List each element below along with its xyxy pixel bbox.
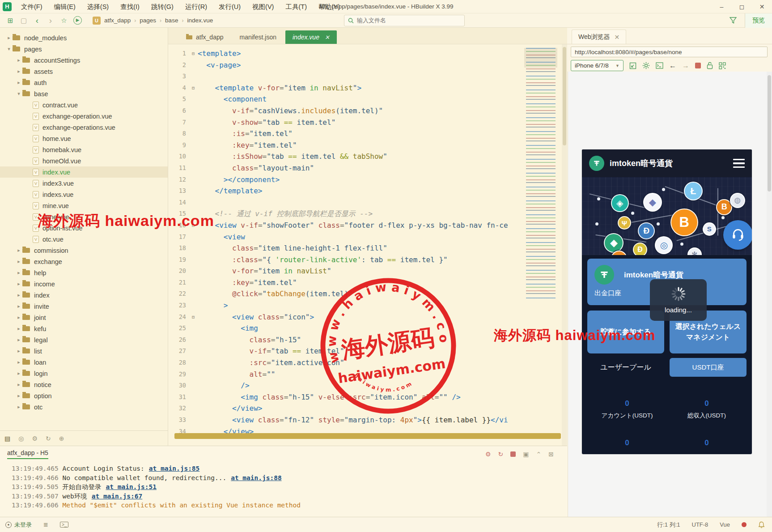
tree-item-loan[interactable]: ▸loan bbox=[0, 357, 168, 368]
save-icon[interactable]: ▢ bbox=[17, 17, 30, 25]
tree-collapse-icon[interactable]: ▸ bbox=[15, 281, 22, 287]
tree-item-list[interactable]: ▸list bbox=[0, 345, 168, 357]
fold-marker-icon[interactable]: ⊟ bbox=[189, 82, 198, 94]
nav-forward-icon[interactable]: → bbox=[682, 62, 689, 70]
menu-item-Y[interactable]: 帮助(Y) bbox=[313, 0, 346, 13]
tree-collapse-icon[interactable]: ▸ bbox=[15, 326, 22, 332]
file-search-input[interactable] bbox=[357, 17, 461, 24]
gear-icon[interactable] bbox=[642, 62, 650, 69]
tree-item-none.vue[interactable]: Vnone.vue bbox=[0, 211, 168, 222]
tree-collapse-icon[interactable]: ▸ bbox=[15, 259, 22, 264]
code-editor[interactable]: atfx_dappmanifest.jsonindex.vue✕ 1⊟<temp… bbox=[168, 28, 567, 446]
debug-icon[interactable]: ⚙ bbox=[32, 435, 38, 442]
tree-item-homebak.vue[interactable]: Vhomebak.vue bbox=[0, 144, 168, 155]
tree-item-exchange[interactable]: ▸exchange bbox=[0, 256, 168, 267]
login-status[interactable]: ● 未登录 bbox=[5, 521, 32, 529]
menu-item-S[interactable]: 选择(S) bbox=[81, 0, 115, 13]
close-button[interactable]: ✕ bbox=[752, 0, 772, 13]
tree-item-option-list.vue[interactable]: Voption-list.vue bbox=[0, 222, 168, 234]
fold-marker-icon[interactable]: ⊟ bbox=[189, 48, 198, 60]
tree-item-notice[interactable]: ▸notice bbox=[0, 379, 168, 390]
tree-collapse-icon[interactable]: ▸ bbox=[15, 270, 22, 276]
console-tab[interactable]: atfx_dapp - H5 bbox=[7, 449, 48, 459]
tree-item-mine.vue[interactable]: Vmine.vue bbox=[0, 200, 168, 211]
tree-item-income[interactable]: ▸income bbox=[0, 278, 168, 289]
editor-tab-index.vue[interactable]: index.vue✕ bbox=[285, 30, 337, 44]
star-icon[interactable]: ☆ bbox=[57, 17, 71, 25]
screenshot-icon[interactable]: ▣ bbox=[523, 451, 529, 458]
outline-icon[interactable]: ≣ bbox=[43, 521, 48, 528]
tree-item-base[interactable]: ▾base bbox=[0, 88, 168, 99]
tree-item-otc[interactable]: ▸otc bbox=[0, 401, 168, 413]
tree-item-pages[interactable]: ▾pages bbox=[0, 43, 168, 55]
tree-item-contract.vue[interactable]: Vcontract.vue bbox=[0, 99, 168, 111]
tree-item-kefu[interactable]: ▸kefu bbox=[0, 323, 168, 334]
collapse-panel-icon[interactable]: ⌃ bbox=[536, 451, 542, 458]
close-tab-icon[interactable]: ✕ bbox=[325, 34, 330, 41]
unlock-icon[interactable] bbox=[707, 62, 713, 69]
tree-item-index3.vue[interactable]: Vindex3.vue bbox=[0, 178, 168, 189]
editor-horizontal-scrollbar[interactable] bbox=[174, 433, 561, 439]
tree-collapse-icon[interactable]: ▸ bbox=[15, 348, 22, 354]
editor-vertical-scrollbar[interactable] bbox=[562, 44, 567, 446]
editor-tab-atfx_dapp[interactable]: atfx_dapp bbox=[179, 30, 231, 44]
minimap[interactable] bbox=[524, 48, 562, 433]
nav-back-icon[interactable]: ← bbox=[669, 62, 676, 70]
tree-item-help[interactable]: ▸help bbox=[0, 267, 168, 278]
url-bar[interactable]: http://localhost:8080/#/pages/base/none bbox=[571, 47, 768, 57]
tree-item-index[interactable]: ▸index bbox=[0, 289, 168, 301]
tree-item-auth[interactable]: ▸auth bbox=[0, 77, 168, 88]
stop-preview-icon[interactable] bbox=[695, 63, 701, 68]
tree-item-joint[interactable]: ▸joint bbox=[0, 312, 168, 323]
tree-collapse-icon[interactable]: ▸ bbox=[15, 303, 22, 309]
preview-button[interactable]: 预览 bbox=[745, 13, 772, 28]
tree-expand-icon[interactable]: ▾ bbox=[15, 91, 22, 97]
fold-marker-icon[interactable]: ⊟ bbox=[189, 311, 198, 323]
tree-item-option[interactable]: ▸option bbox=[0, 390, 168, 401]
tree-item-otc.vue[interactable]: Votc.vue bbox=[0, 234, 168, 245]
tree-collapse-icon[interactable]: ▸ bbox=[15, 247, 22, 253]
minimize-button[interactable]: – bbox=[712, 0, 732, 13]
encoding-indicator[interactable]: UTF-8 bbox=[692, 521, 708, 528]
tree-item-homeOld.vue[interactable]: VhomeOld.vue bbox=[0, 155, 168, 166]
language-mode[interactable]: Vue bbox=[720, 521, 730, 528]
run-icon[interactable]: ▶ bbox=[73, 16, 82, 25]
browser-tab[interactable]: Web浏览器 ✕ bbox=[572, 30, 626, 44]
console-toggle-icon[interactable] bbox=[656, 62, 663, 69]
fold-marker-icon[interactable]: ⊟ bbox=[189, 220, 198, 231]
tree-expand-icon[interactable]: ▾ bbox=[5, 46, 13, 52]
tree-item-accountSettings[interactable]: ▸accountSettings bbox=[0, 55, 168, 66]
maximize-button[interactable]: ◻ bbox=[732, 0, 752, 13]
usdt-account-button[interactable]: USDT口座 bbox=[670, 358, 747, 377]
tree-item-assets[interactable]: ▸assets bbox=[0, 66, 168, 77]
terminal-icon[interactable]: >_ bbox=[60, 522, 68, 528]
tree-collapse-icon[interactable]: ▸ bbox=[15, 57, 22, 63]
tree-item-login[interactable]: ▸login bbox=[0, 368, 168, 379]
browser-tab-close-icon[interactable]: ✕ bbox=[615, 34, 620, 41]
project-view-icon[interactable]: ▤ bbox=[4, 435, 10, 442]
cursor-position[interactable]: 行:1 列:1 bbox=[657, 521, 680, 529]
log-source-link[interactable]: at main.js:51 bbox=[106, 483, 157, 490]
qr-code-icon[interactable] bbox=[719, 62, 726, 69]
menu-item-T[interactable]: 工具(T) bbox=[280, 0, 313, 13]
tree-item-exchange-operation.vue[interactable]: Vexchange-operation.vue bbox=[0, 111, 168, 122]
editor-tab-manifest.json[interactable]: manifest.json bbox=[233, 30, 284, 44]
open-external-icon[interactable] bbox=[629, 62, 636, 69]
breadcrumb-item[interactable]: atfx_dapp bbox=[104, 17, 131, 24]
code-area[interactable]: 1⊟<template>2 <v-page>34⊟ <template v-fo… bbox=[168, 44, 567, 437]
new-file-icon[interactable]: ⊞ bbox=[4, 17, 17, 25]
debug-console-icon[interactable]: ⚙ bbox=[485, 451, 491, 458]
preview-scrollbar[interactable] bbox=[767, 72, 772, 517]
menu-item-E[interactable]: 编辑(E) bbox=[48, 0, 81, 13]
plugins-icon[interactable]: ⊕ bbox=[59, 435, 64, 442]
menu-item-U[interactable]: 发行(U) bbox=[213, 0, 246, 13]
restart-icon[interactable]: ↻ bbox=[498, 451, 504, 458]
log-source-link[interactable]: at main.js:88 bbox=[231, 474, 282, 481]
tree-collapse-icon[interactable]: ▸ bbox=[15, 292, 22, 298]
tree-collapse-icon[interactable]: ▸ bbox=[15, 382, 22, 387]
device-selector[interactable]: iPhone 6/7/8▼ bbox=[571, 60, 624, 71]
tree-collapse-icon[interactable]: ▸ bbox=[5, 35, 13, 41]
tree-collapse-icon[interactable]: ▸ bbox=[15, 80, 22, 85]
refresh-icon[interactable]: ↻ bbox=[46, 435, 51, 442]
tree-item-invite[interactable]: ▸invite bbox=[0, 301, 168, 312]
